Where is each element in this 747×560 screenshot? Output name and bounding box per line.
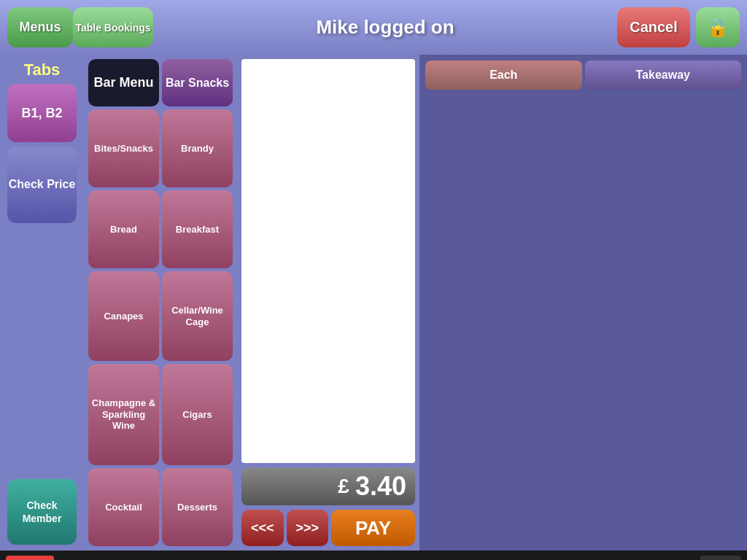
forward-button[interactable]: >>> [287, 510, 329, 546]
menu-item-button[interactable]: Champagne & Sparkling Wine [88, 364, 159, 464]
pay-button[interactable]: PAY [331, 510, 415, 546]
nav-pay-row: <<< >>> PAY [241, 510, 415, 546]
bar-menu-button[interactable]: Bar Menu [88, 59, 159, 106]
menu-grid: Bites/SnacksBrandyBreadBreakfastCanapesC… [88, 109, 233, 546]
food-grid [425, 94, 741, 545]
total-amount: 3.40 [355, 471, 406, 502]
menu-item-button[interactable]: Cellar/Wine Cage [162, 271, 233, 361]
table-bookings-button[interactable]: Table Bookings [73, 7, 153, 47]
check-price-button[interactable]: Check Price [7, 147, 77, 223]
time-badge: 13:44 [700, 556, 741, 560]
tabs-label: Tabs [24, 61, 61, 79]
check-member-button[interactable]: Check Member [7, 479, 77, 545]
b1b2-button[interactable]: B1, B2 [7, 84, 77, 142]
top-bar: Menus Table Bookings Mike logged on Canc… [0, 0, 747, 55]
total-pound: £ [338, 475, 349, 498]
menu-section: Bar Menu Bar Snacks Bites/SnacksBrandyBr… [84, 55, 237, 551]
food-menu: Each Takeaway [419, 55, 747, 551]
left-sidebar: Tabs B1, B2 Check Price Check Member [0, 55, 84, 551]
menu-item-button[interactable]: Breakfast [162, 190, 233, 268]
date-badge: 14 JUL [6, 556, 54, 560]
menu-top-row: Bar Menu Bar Snacks [88, 59, 233, 106]
menu-item-button[interactable]: Canapes [88, 271, 159, 361]
food-tabs: Each Takeaway [425, 61, 741, 90]
lock-button[interactable]: 🔒 [696, 7, 740, 47]
main-content: Tabs B1, B2 Check Price Check Member Bar… [0, 55, 747, 551]
menu-item-button[interactable]: Cocktail [88, 468, 159, 546]
order-list [241, 59, 415, 463]
total-bar: £ 3.40 [241, 467, 415, 505]
menus-button[interactable]: Menus [7, 7, 73, 47]
menu-item-button[interactable]: Bites/Snacks [88, 109, 159, 187]
menu-item-button[interactable]: Cigars [162, 364, 233, 464]
back-button[interactable]: <<< [241, 510, 284, 546]
status-bar: 14 JUL SHIFT 1 CLEARING TAB: BAR TAB 1 T… [0, 551, 747, 560]
each-tab[interactable]: Each [425, 61, 582, 90]
menu-item-button[interactable]: Desserts [162, 468, 233, 546]
menu-item-button[interactable]: Brandy [162, 109, 233, 187]
bar-snacks-button[interactable]: Bar Snacks [162, 59, 233, 106]
menu-item-button[interactable]: Bread [88, 190, 159, 268]
takeaway-tab[interactable]: Takeaway [585, 61, 742, 90]
cancel-button[interactable]: Cancel [617, 7, 690, 47]
title-bar: Mike logged on [153, 16, 617, 39]
order-section: £ 3.40 <<< >>> PAY [237, 55, 419, 551]
